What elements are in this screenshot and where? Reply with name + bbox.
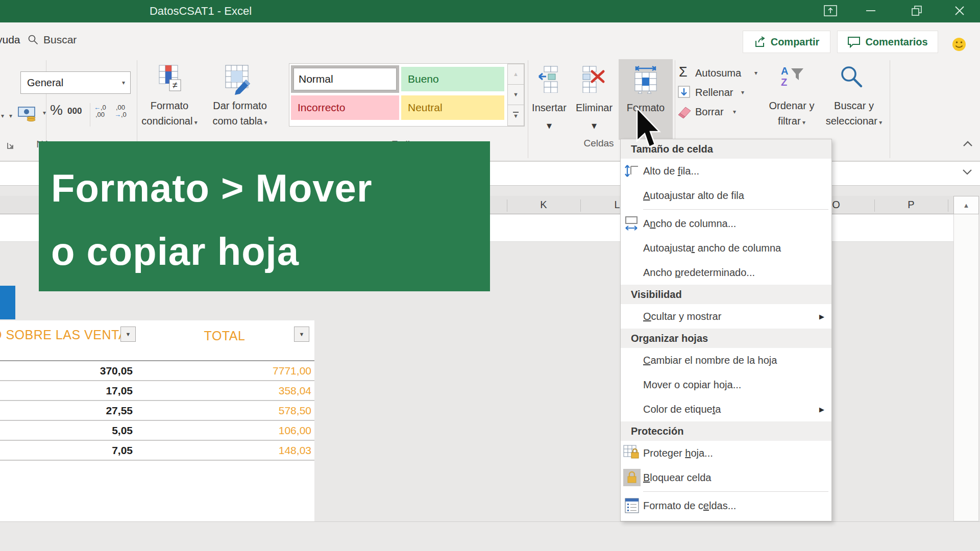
- chevron-down-icon[interactable]: ▾: [526, 119, 573, 132]
- gallery-scrollbar: ▲ ▼ ▼: [507, 64, 524, 126]
- menu-item-autoajustar-alto-de-fila[interactable]: Autoajustar alto de fila: [621, 183, 831, 208]
- conditional-formatting-button[interactable]: Formato condicional ▾: [138, 98, 201, 130]
- table-row[interactable]: 5,05106,00: [0, 421, 314, 441]
- menu-item-mover-o-copiar-hoja[interactable]: Mover o copiar hoja...: [621, 372, 831, 397]
- scroll-up-icon[interactable]: ▲: [953, 196, 979, 214]
- vertical-scrollbar[interactable]: [953, 214, 979, 521]
- menu-section-header: Protección: [621, 421, 831, 441]
- chevron-down-icon[interactable]: ▾: [571, 119, 618, 132]
- menu-item-label: Proteger hoja...: [643, 447, 713, 459]
- gallery-scroll-up-icon[interactable]: ▲: [507, 64, 524, 85]
- column-separator: [507, 199, 507, 212]
- menu-item-label: Bloquear celda: [643, 472, 711, 484]
- chevron-down-icon[interactable]: ▾: [754, 69, 757, 77]
- insert-button[interactable]: Insertar: [526, 102, 573, 114]
- minimize-button[interactable]: [861, 3, 881, 18]
- table-row[interactable]: 27,55578,50: [0, 401, 314, 421]
- search-icon: [28, 34, 39, 45]
- chevron-down-icon[interactable]: ▾: [43, 109, 46, 116]
- menu-section-header: Organizar hojas: [621, 329, 831, 348]
- dialog-launcher-icon[interactable]: [6, 141, 15, 150]
- banner-line-1: Formato > Mover: [51, 157, 490, 220]
- menu-item-formato-de-celdas[interactable]: Formato de celdas...: [621, 493, 831, 518]
- menu-item-ocultar-y-mostrar[interactable]: Ocultar y mostrar▶: [621, 304, 831, 329]
- menu-item-alto-de-fila[interactable]: Alto de fila...: [621, 159, 831, 183]
- chevron-down-icon[interactable]: ▾: [741, 89, 744, 96]
- close-button[interactable]: [949, 3, 970, 18]
- chevron-down-icon[interactable]: ▾: [1, 112, 4, 119]
- column-header-P[interactable]: P: [908, 199, 914, 211]
- cell-value: 370,05: [0, 365, 133, 377]
- number-format-combobox[interactable]: General ▾: [20, 71, 131, 94]
- column-separator: [948, 199, 948, 212]
- tab-help-partial[interactable]: yuda: [0, 34, 20, 46]
- style-incorrecto[interactable]: Incorrecto: [291, 95, 399, 120]
- row-height-icon: [621, 162, 643, 180]
- menu-item-label: Ancho predeterminado...: [643, 267, 755, 279]
- find-select-button[interactable]: Buscar y seleccionar ▾: [821, 98, 887, 130]
- style-neutral[interactable]: Neutral: [401, 95, 504, 120]
- chevron-down-icon[interactable]: ▾: [733, 108, 736, 115]
- cell-total-value: 358,04: [153, 385, 311, 397]
- column-header-L[interactable]: L: [614, 199, 620, 211]
- restore-button[interactable]: [906, 3, 927, 18]
- table-row[interactable]: 370,057771,00: [0, 361, 314, 381]
- comments-button[interactable]: Comentarios: [837, 31, 938, 53]
- menu-item-cambiar-el-nombre-de-la-hoja[interactable]: Cambiar el nombre de la hoja: [621, 348, 831, 372]
- expand-formula-bar-icon[interactable]: [962, 168, 973, 176]
- filter-dropdown-icon[interactable]: ▼: [120, 327, 136, 342]
- menu-item-label: Formato de celdas...: [643, 500, 736, 512]
- menu-separator: [621, 208, 831, 211]
- fill-button[interactable]: Rellenar: [695, 87, 733, 98]
- style-label: Neutral: [408, 102, 443, 114]
- percent-style-icon[interactable]: %: [50, 102, 63, 118]
- column-header-K[interactable]: K: [540, 199, 547, 211]
- cell-styles-gallery: Normal Bueno Incorrecto Neutral ▲ ▼ ▼: [289, 63, 525, 127]
- autosum-sigma-icon: Σ: [679, 64, 688, 80]
- mouse-cursor: [635, 107, 662, 150]
- increase-decimal-icon[interactable]: ←,0,00: [94, 104, 106, 118]
- cell-total-value: 578,50: [153, 405, 311, 417]
- table-row[interactable]: 7,05148,03: [0, 441, 314, 461]
- decrease-decimal-icon[interactable]: ,00→,0: [114, 104, 127, 118]
- menu-item-label: Cambiar el nombre de la hoja: [643, 355, 777, 366]
- column-header-O[interactable]: O: [832, 199, 840, 211]
- data-table: O SOBRE LAS VENTAS ▼ TOTAL ▼ 370,057771,…: [0, 320, 314, 521]
- ribbon-display-options-icon[interactable]: [820, 3, 841, 18]
- sort-filter-button[interactable]: Ordenar y filtrar ▾: [764, 98, 820, 130]
- style-normal-selected[interactable]: Normal: [291, 65, 399, 93]
- cell-total-value: 106,00: [153, 424, 311, 437]
- sort-filter-icon: AZ: [776, 64, 805, 91]
- menu-item-color-de-etiqueta[interactable]: Color de etiqueta▶: [621, 397, 831, 421]
- submenu-arrow-icon: ▶: [819, 313, 824, 320]
- search-box[interactable]: Buscar: [28, 34, 77, 46]
- title-bar: DatosCSAT1 - Excel: [0, 0, 980, 22]
- collapse-ribbon-icon[interactable]: [963, 141, 973, 147]
- blue-chart-fragment: [0, 286, 15, 319]
- format-as-table-button[interactable]: Dar formato como tabla ▾: [208, 98, 272, 130]
- clear-button[interactable]: Borrar: [695, 106, 724, 118]
- menu-item-proteger-hoja[interactable]: Proteger hoja...: [621, 441, 831, 465]
- menu-item-autoajustar-ancho-de-columna[interactable]: Autoajustar ancho de columna: [621, 236, 831, 260]
- style-bueno[interactable]: Bueno: [401, 67, 504, 91]
- chevron-down-icon[interactable]: ▾: [9, 112, 12, 119]
- format-dropdown-menu: Tamaño de celdaAlto de fila...Autoajusta…: [620, 139, 832, 521]
- gallery-scroll-down-icon[interactable]: ▼: [507, 85, 524, 106]
- comma-style-icon[interactable]: 000: [67, 106, 82, 116]
- svg-text:A: A: [781, 65, 788, 77]
- share-button[interactable]: Compartir: [743, 31, 830, 53]
- window-title: DatosCSAT1 - Excel: [73, 5, 328, 18]
- menu-item-ancho-predeterminado[interactable]: Ancho predeterminado...: [621, 260, 831, 285]
- menu-item-ancho-de-columna[interactable]: Ancho de columna...: [621, 211, 831, 236]
- gallery-more-icon[interactable]: ▼: [507, 105, 524, 126]
- filter-dropdown-icon[interactable]: ▼: [294, 327, 309, 342]
- cell-total-value: 7771,00: [153, 365, 311, 377]
- comment-icon: [847, 36, 861, 48]
- delete-button[interactable]: Eliminar: [571, 102, 618, 114]
- smiley-icon[interactable]: [951, 37, 967, 52]
- menu-item-bloquear-celda[interactable]: Bloquear celda: [621, 465, 831, 490]
- cell-value: 27,55: [0, 405, 133, 417]
- autosum-button[interactable]: Autosuma: [695, 67, 741, 79]
- currency-format-icon[interactable]: [17, 105, 40, 122]
- table-row[interactable]: 17,05358,04: [0, 381, 314, 401]
